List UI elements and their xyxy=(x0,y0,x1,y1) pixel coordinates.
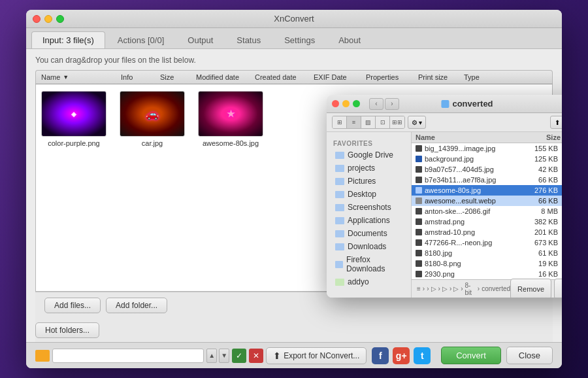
file-dot xyxy=(416,145,422,152)
finder-file-row-selected-light[interactable]: awesome...esult.webp 66 KB Today xyxy=(412,196,562,206)
file-dot xyxy=(416,260,422,267)
view-flow-btn[interactable]: ⊞⊞ xyxy=(390,116,404,128)
stepper-up[interactable]: ▲ xyxy=(206,349,217,363)
folder-icon-projects xyxy=(335,165,344,172)
finder-folder-title: converted xyxy=(441,99,493,109)
file-dot xyxy=(416,250,422,256)
googleplus-icon[interactable]: g+ xyxy=(393,347,410,364)
col-header-modified[interactable]: Modified date xyxy=(196,73,255,81)
path-cancel-icon[interactable]: ✕ xyxy=(249,349,263,363)
sidebar-item-downloads[interactable]: Downloads xyxy=(329,240,409,253)
col-header-exif[interactable]: EXIF Date xyxy=(314,73,366,81)
finder-close-light[interactable] xyxy=(332,100,339,107)
finder-view-buttons: ⊞ ≡ ▨ ⊡ ⊞⊞ xyxy=(332,116,405,129)
window-title: XnConvert xyxy=(274,14,314,24)
export-nconvert-button[interactable]: ⬆ Export for NConvert... xyxy=(266,347,367,364)
col-header-info[interactable]: Info xyxy=(121,73,160,81)
hot-folders-button[interactable]: Hot folders... xyxy=(35,322,99,338)
sidebar-item-screenshots[interactable]: Screenshots xyxy=(329,201,409,214)
col-header-size[interactable]: Size xyxy=(160,73,196,81)
view-icon-btn[interactable]: ⊞ xyxy=(333,116,347,128)
file-thumbnail-1: 🚗 xyxy=(120,91,185,137)
finder-back-btn[interactable]: ‹ xyxy=(369,98,384,110)
list-item[interactable]: 🚗 car.jpg xyxy=(120,91,185,147)
tab-input[interactable]: Input: 3 file(s) xyxy=(31,31,105,48)
finder-file-row[interactable]: 8180-8.png 19 KB Jun 2 xyxy=(412,258,562,269)
finder-file-row[interactable]: background.jpg 125 KB Jun 2 xyxy=(412,154,562,164)
path-confirm-icon[interactable]: ✓ xyxy=(232,349,246,363)
close-traffic-light[interactable] xyxy=(33,15,41,23)
file-dot xyxy=(416,271,422,277)
finder-file-row[interactable]: big_14399...image.jpg 155 KB Jun 2 xyxy=(412,143,562,154)
finder-file-row[interactable]: amstrad.png 382 KB Jun 2 xyxy=(412,216,562,227)
export-area: ▲ ▼ ✓ ✕ ⬆ Export for NConvert... xyxy=(35,347,367,364)
file-name-2: awesome-80s.jpg xyxy=(203,139,259,147)
traffic-lights xyxy=(33,15,64,23)
tab-settings[interactable]: Settings xyxy=(273,31,326,48)
finder-forward-btn[interactable]: › xyxy=(385,98,399,110)
sidebar-item-desktop[interactable]: Desktop xyxy=(329,188,409,201)
sidebar-item-applications[interactable]: Applications xyxy=(329,214,409,227)
view-list-btn[interactable]: ≡ xyxy=(347,116,361,128)
finder-share-btn[interactable]: ⬆ xyxy=(550,116,562,129)
file-dot xyxy=(416,166,422,173)
sidebar-item-documents[interactable]: Documents xyxy=(329,227,409,240)
finder-file-row[interactable]: 8180.jpg 61 KB Jun 2 xyxy=(412,248,562,258)
remove-button[interactable]: Remove xyxy=(510,279,551,298)
finder-file-row[interactable]: amstrad-10.png 201 KB Jun 2 xyxy=(412,227,562,237)
convert-button[interactable]: Convert xyxy=(441,347,501,364)
file-dot xyxy=(416,239,422,246)
col-header-properties[interactable]: Properties xyxy=(366,73,418,81)
tab-about[interactable]: About xyxy=(327,31,372,48)
tab-output[interactable]: Output xyxy=(176,31,224,48)
table-header: Name ▼ Info Size Modified date Created d… xyxy=(35,70,553,84)
finder-file-row[interactable]: 477266-R...-neon.jpg 673 KB Jun 2 xyxy=(412,237,562,248)
view-column-btn[interactable]: ▨ xyxy=(361,116,376,128)
list-item[interactable]: ◈ color-purple.png xyxy=(41,91,106,147)
path-input[interactable] xyxy=(52,349,204,363)
main-window: XnConvert Input: 3 file(s) Actions [0/0]… xyxy=(26,10,562,368)
finder-file-row-selected[interactable]: awesome-80s.jpg 276 KB Jun 2 xyxy=(412,185,562,196)
view-gallery-btn[interactable]: ⊡ xyxy=(376,116,390,128)
close-button[interactable]: Close xyxy=(506,347,553,364)
folder-icon-desktop xyxy=(335,191,344,198)
finder-title-bar: ‹ › converted xyxy=(327,95,562,113)
tab-actions[interactable]: Actions [0/0] xyxy=(106,31,176,48)
col-header-print[interactable]: Print size xyxy=(418,73,464,81)
sidebar-item-projects[interactable]: projects xyxy=(329,162,409,175)
file-dot xyxy=(416,198,422,204)
sidebar-item-pictures[interactable]: Pictures xyxy=(329,175,409,188)
finder-content: Name Size Date big_14399...image.jpg 155… xyxy=(412,132,562,298)
col-header-type[interactable]: Type xyxy=(464,73,503,81)
footer-bar: ▲ ▼ ✓ ✕ ⬆ Export for NConvert... f g+ t … xyxy=(26,342,562,368)
folder-icon-downloads xyxy=(335,243,344,250)
title-bar: XnConvert xyxy=(26,10,562,28)
finder-min-light[interactable] xyxy=(342,100,350,107)
sidebar-item-addyo[interactable]: addyo xyxy=(329,275,409,288)
list-item[interactable]: ★ awesome-80s.jpg xyxy=(198,91,263,147)
file-dot xyxy=(416,156,422,162)
stepper-down[interactable]: ▼ xyxy=(219,349,229,363)
tab-status[interactable]: Status xyxy=(225,31,272,48)
twitter-icon[interactable]: t xyxy=(414,347,431,364)
minimize-traffic-light[interactable] xyxy=(44,15,52,23)
maximize-traffic-light[interactable] xyxy=(56,15,64,23)
add-folder-button[interactable]: Add folder... xyxy=(106,298,167,313)
remove-all-button[interactable]: Remove all xyxy=(554,279,562,298)
finder-file-row[interactable]: b7e34b11...ae7f8a.jpg 66 KB Jun 2 xyxy=(412,175,562,185)
facebook-icon[interactable]: f xyxy=(372,347,389,364)
finder-traffic-lights xyxy=(332,100,360,107)
sidebar-item-googledrive[interactable]: Google Drive xyxy=(329,148,409,162)
drag-hint: You can drag&drop your files on the list… xyxy=(35,56,553,65)
finder-gear-btn[interactable]: ⚙ ▾ xyxy=(408,116,426,129)
col-header-name[interactable]: Name ▼ xyxy=(36,73,121,81)
col-header-created[interactable]: Created date xyxy=(255,73,314,81)
file-dot xyxy=(416,177,422,183)
sidebar-item-firefox-downloads[interactable]: Firefox Downloads xyxy=(329,253,409,275)
finder-max-light[interactable] xyxy=(353,100,360,107)
finder-file-row[interactable]: b9a07c57...404d5.jpg 42 KB Jun 2 xyxy=(412,164,562,175)
finder-file-row[interactable]: anton-ske...-2086.gif 8 MB Jun 2 xyxy=(412,206,562,216)
add-files-button[interactable]: Add files... xyxy=(44,298,101,313)
finder-dialog: ‹ › converted ⊞ ≡ ▨ ⊡ ⊞⊞ ⚙ ▾ ⬆ ⏏ » xyxy=(327,95,562,298)
file-dot xyxy=(416,187,422,194)
